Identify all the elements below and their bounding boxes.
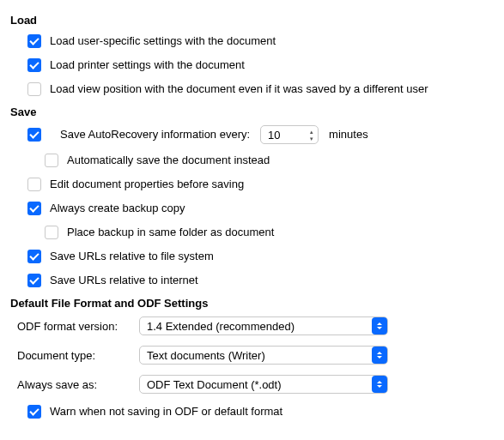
section-header-save: Save bbox=[10, 105, 494, 118]
checkbox-backup-same-folder[interactable] bbox=[45, 226, 58, 239]
spinner-down-icon[interactable]: ▾ bbox=[306, 135, 317, 142]
checkbox-backup-copy[interactable] bbox=[27, 202, 41, 215]
label-odf-version: ODF format version: bbox=[10, 320, 139, 333]
section-header-load: Load bbox=[10, 14, 494, 27]
label-document-type: Document type: bbox=[10, 349, 139, 362]
checkbox-urls-internet[interactable] bbox=[27, 274, 41, 287]
label-load-user-settings: Load user-specific settings with the doc… bbox=[50, 34, 276, 48]
label-always-save-as: Always save as: bbox=[10, 378, 139, 391]
section-header-format: Default File Format and ODF Settings bbox=[10, 297, 494, 310]
checkbox-load-view-position[interactable] bbox=[27, 82, 41, 96]
select-document-type[interactable]: Text documents (Writer) bbox=[139, 346, 388, 365]
label-backup-same-folder: Place backup in same folder as document bbox=[67, 226, 274, 239]
label-warn-non-odf: Warn when not saving in ODF or default f… bbox=[50, 405, 282, 419]
label-edit-props: Edit document properties before saving bbox=[50, 178, 244, 191]
checkbox-warn-non-odf[interactable] bbox=[27, 405, 41, 419]
checkbox-load-printer-settings[interactable] bbox=[27, 58, 41, 72]
checkbox-auto-save-instead[interactable] bbox=[45, 154, 58, 167]
label-auto-save-instead: Automatically save the document instead bbox=[67, 154, 270, 167]
checkbox-urls-filesystem[interactable] bbox=[27, 250, 41, 263]
label-urls-filesystem: Save URLs relative to file system bbox=[50, 250, 214, 263]
spinner-up-icon[interactable]: ▴ bbox=[306, 128, 317, 135]
label-backup-copy: Always create backup copy bbox=[50, 202, 185, 215]
label-autorecovery-prefix: Save AutoRecovery information every: bbox=[60, 128, 250, 142]
select-always-save-as[interactable]: ODF Text Document (*.odt) bbox=[139, 375, 388, 394]
label-load-printer-settings: Load printer settings with the document bbox=[50, 58, 245, 72]
checkbox-autorecovery[interactable] bbox=[27, 128, 41, 142]
checkbox-load-user-settings[interactable] bbox=[27, 34, 41, 48]
select-odf-version[interactable]: 1.4 Extended (recommended) bbox=[139, 316, 388, 335]
label-urls-internet: Save URLs relative to internet bbox=[50, 274, 198, 287]
checkbox-edit-props[interactable] bbox=[27, 178, 41, 191]
label-autorecovery-suffix: minutes bbox=[329, 128, 368, 142]
label-load-view-position: Load view position with the document eve… bbox=[50, 82, 428, 96]
